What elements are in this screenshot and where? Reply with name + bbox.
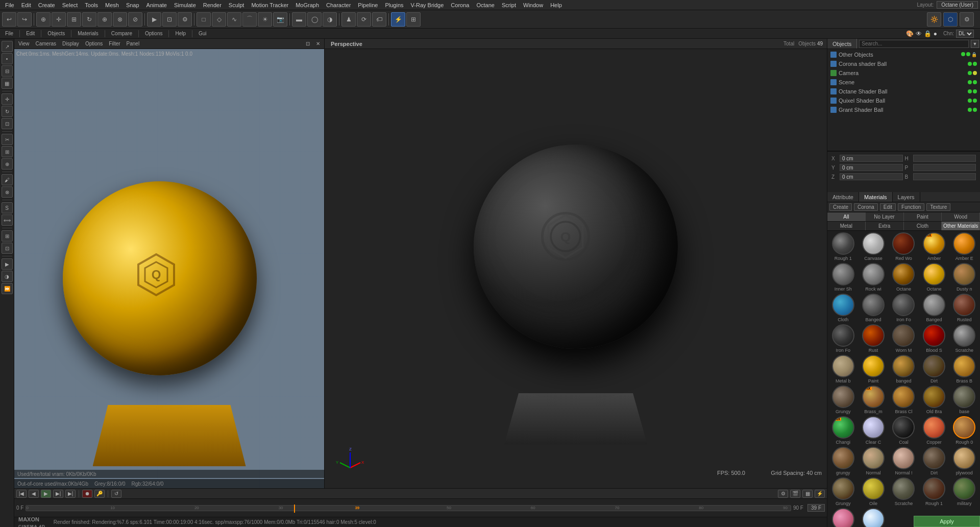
- tab-attribute[interactable]: Attribute: [827, 192, 859, 202]
- obj-item-scene[interactable]: Scene: [828, 78, 979, 87]
- effector-btn[interactable]: ⟳: [357, 12, 371, 27]
- sky-btn[interactable]: ◯: [307, 12, 322, 27]
- mat-item-34[interactable]: Rough 0: [950, 416, 979, 445]
- lt-magnet[interactable]: ⊗: [2, 186, 13, 198]
- tl-loop-btn[interactable]: ↺: [111, 490, 121, 498]
- mat-subcat-metal[interactable]: Metal: [827, 222, 866, 230]
- vp-left-panel-btn[interactable]: Panel: [125, 40, 142, 47]
- mat-item-43[interactable]: Rough 1: [919, 477, 948, 507]
- channel-select[interactable]: DL: [956, 30, 974, 38]
- mat-item-12[interactable]: Iron Fo: [889, 293, 918, 323]
- mat-item-7[interactable]: Octane: [889, 262, 918, 292]
- h-value[interactable]: [913, 155, 976, 162]
- t2-options[interactable]: Options: [142, 30, 165, 37]
- mat-item-24[interactable]: Brass B: [950, 354, 979, 384]
- menu-select[interactable]: Select: [59, 1, 81, 9]
- mat-item-28[interactable]: Old Bra: [919, 385, 948, 415]
- obj-search-input[interactable]: [859, 40, 969, 48]
- char-btn[interactable]: ♟: [341, 12, 356, 27]
- menu-window[interactable]: Window: [520, 1, 546, 9]
- vp-left-filter-btn[interactable]: Filter: [107, 40, 122, 47]
- mat-item-32[interactable]: Coal: [889, 416, 918, 445]
- tl-settings-btn[interactable]: ⚙: [778, 490, 788, 498]
- menu-snap[interactable]: Snap: [123, 1, 142, 9]
- mat-item-0[interactable]: Rough 1: [828, 232, 857, 261]
- mat-item-27[interactable]: Brass Cl: [889, 385, 918, 415]
- undo-btn[interactable]: ↩: [2, 12, 16, 27]
- mat-item-30[interactable]: MIXChangi: [828, 416, 857, 445]
- mat-item-23[interactable]: Dirt: [919, 354, 948, 384]
- obj-item-camera[interactable]: Camera: [828, 68, 979, 78]
- octane-ipr-btn[interactable]: ⊞: [406, 12, 421, 27]
- vp-left-close-btn[interactable]: ✕: [314, 40, 322, 47]
- menu-simulate[interactable]: Simulate: [171, 1, 199, 9]
- tab-materials[interactable]: Materials: [859, 192, 893, 202]
- mat-item-25[interactable]: Grungy: [828, 385, 857, 415]
- lt-scale[interactable]: ⊡: [2, 118, 13, 129]
- menu-plugins[interactable]: Plugins: [382, 1, 406, 9]
- mat-item-13[interactable]: Banged: [919, 293, 948, 323]
- mat-edit-btn[interactable]: Edit: [880, 203, 896, 211]
- lt-edge[interactable]: ⊟: [2, 65, 13, 77]
- vp-left-display-btn[interactable]: Display: [60, 40, 81, 47]
- tl-vr-btn[interactable]: ▦: [802, 490, 813, 498]
- mat-function-btn[interactable]: Function: [898, 203, 924, 211]
- menu-edit[interactable]: Edit: [18, 1, 34, 9]
- octane-live-btn[interactable]: ⚡: [391, 12, 405, 27]
- lt-floor[interactable]: S: [2, 202, 13, 213]
- tl-prev-btn[interactable]: ◀: [29, 490, 39, 498]
- b-value[interactable]: [913, 173, 976, 180]
- create-btn[interactable]: ⊕: [97, 12, 112, 27]
- lt-extrude[interactable]: ⊕: [2, 158, 13, 170]
- mat-item-21[interactable]: Paint: [859, 354, 888, 384]
- mat-subcat-extra[interactable]: Extra: [866, 222, 904, 230]
- vp-left-view-btn[interactable]: View: [16, 40, 32, 47]
- mat-item-10[interactable]: Cloth: [828, 293, 857, 323]
- lt-anim[interactable]: ⏩: [2, 283, 13, 294]
- menu-corona[interactable]: Corona: [448, 1, 472, 9]
- t2-compare[interactable]: Compare: [108, 30, 135, 37]
- mat-item-11[interactable]: Banged: [859, 293, 888, 323]
- p-value[interactable]: [913, 164, 976, 171]
- mat-item-18[interactable]: Blood S: [919, 324, 948, 353]
- mat-item-35[interactable]: grungy: [828, 446, 857, 476]
- vp-left-cameras-btn[interactable]: Cameras: [34, 40, 59, 47]
- t2-edit[interactable]: Edit: [23, 30, 38, 37]
- mat-item-29[interactable]: base: [950, 385, 979, 415]
- scale-btn[interactable]: ⊞: [67, 12, 81, 27]
- render-btn[interactable]: ▶: [147, 12, 161, 27]
- render-settings-btn[interactable]: ⚙: [178, 12, 192, 27]
- redo-btn[interactable]: ↪: [17, 12, 32, 27]
- lt-knife[interactable]: ✂: [2, 134, 13, 145]
- mat-item-14[interactable]: Rusted: [950, 293, 979, 323]
- mat-item-31[interactable]: Clear C: [859, 416, 888, 445]
- mat-item-1[interactable]: Canvase: [859, 232, 888, 261]
- mat-item-9[interactable]: Dusty n: [950, 262, 979, 292]
- tl-start-btn[interactable]: |◀: [16, 490, 27, 498]
- mat-item-38[interactable]: Dirt: [919, 446, 948, 476]
- menu-motiontracker[interactable]: Motion Tracker: [248, 1, 291, 9]
- mat-item-4[interactable]: Amber E: [950, 232, 979, 261]
- obj-item-grant-shader[interactable]: Grant Shader Ball: [828, 105, 979, 114]
- lt-select[interactable]: ↗: [2, 41, 13, 52]
- t2-help[interactable]: Help: [172, 30, 189, 37]
- t2-gui[interactable]: Gui: [195, 30, 210, 37]
- tl-next-btn[interactable]: ▶|: [53, 490, 63, 498]
- render-icon[interactable]: 🔆: [927, 12, 941, 27]
- tl-rec-btn[interactable]: ⏺: [82, 490, 92, 498]
- mat-item-26[interactable]: MIXBrass_m: [859, 385, 888, 415]
- lt-snap[interactable]: ⊡: [2, 243, 13, 254]
- lt-mat[interactable]: ◑: [2, 271, 13, 282]
- lt-bridge[interactable]: ⊞: [2, 146, 13, 157]
- mat-item-41[interactable]: Oile: [859, 477, 888, 507]
- tl-key-btn[interactable]: 🔑: [94, 490, 105, 498]
- rotate-btn[interactable]: ↻: [82, 12, 96, 27]
- mat-item-5[interactable]: Inner Sh: [828, 262, 857, 292]
- mat-item-16[interactable]: Rust: [859, 324, 888, 353]
- menu-mograph[interactable]: MoGraph: [292, 1, 322, 9]
- lt-paint[interactable]: 🖌: [2, 174, 13, 185]
- timeline-body[interactable]: 0 F 0 10 20 30 39 50 60 70 80 90: [14, 499, 827, 517]
- menu-sculpt[interactable]: Sculpt: [226, 1, 248, 9]
- vp-left-content[interactable]: Q Chet:0ms:1ms. MeshGen:14ms. Update:0ms…: [14, 49, 324, 488]
- mat-item-42[interactable]: Scratche: [889, 477, 918, 507]
